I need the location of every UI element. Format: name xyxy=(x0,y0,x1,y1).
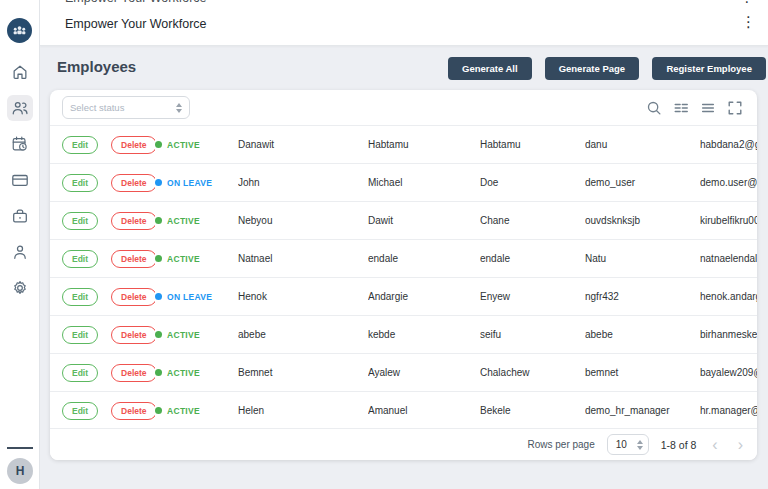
sidebar-item-profile[interactable] xyxy=(7,239,33,265)
employees-icon xyxy=(11,99,29,117)
schedule-calendar-icon xyxy=(11,135,29,153)
fullscreen-icon[interactable] xyxy=(726,99,743,116)
density-icon[interactable] xyxy=(699,99,716,116)
delete-button[interactable]: Delete xyxy=(111,364,155,382)
status-dot-icon xyxy=(155,217,162,224)
first-name-cell: Helen xyxy=(238,405,368,416)
status-label: ON LEAVE xyxy=(167,292,212,302)
delete-button[interactable]: Delete xyxy=(111,288,155,306)
status-badge: ACTIVE xyxy=(155,330,238,340)
delete-button[interactable]: Delete xyxy=(111,326,155,344)
status-badge: ACTIVE xyxy=(155,216,238,226)
status-dot-icon xyxy=(155,331,162,338)
profile-icon xyxy=(11,243,29,261)
first-name-cell: Danawit xyxy=(238,139,368,150)
status-label: ACTIVE xyxy=(167,216,200,226)
top-header: Empower Your Workforce ⋮ Empower Your Wo… xyxy=(40,0,768,46)
status-label: ON LEAVE xyxy=(167,178,212,188)
sidebar-item-organization[interactable] xyxy=(7,203,33,229)
table-row: EditDeleteACTIVEHelenAmanuelBekeledemo_h… xyxy=(50,391,757,429)
username-cell: abebe xyxy=(585,329,700,340)
edit-button[interactable]: Edit xyxy=(62,402,98,420)
team-logo-icon[interactable] xyxy=(7,18,32,43)
delete-button[interactable]: Delete xyxy=(111,136,155,154)
edit-button[interactable]: Edit xyxy=(62,136,98,154)
register-employee-button[interactable]: Register Employee xyxy=(652,57,766,80)
edit-button[interactable]: Edit xyxy=(62,250,98,268)
last-name-cell: seifu xyxy=(480,329,585,340)
status-dot-icon xyxy=(155,179,162,186)
table-row: EditDeleteACTIVENatnaelendaleendaleNatun… xyxy=(50,239,757,277)
search-icon[interactable] xyxy=(645,99,662,116)
email-cell: birhanmeskelu22@ xyxy=(700,329,757,340)
edit-button[interactable]: Edit xyxy=(62,288,98,306)
status-badge: ACTIVE xyxy=(155,140,238,150)
sidebar-item-payments[interactable] xyxy=(7,167,33,193)
home-icon xyxy=(11,63,29,81)
chevron-left-icon[interactable]: ‹ xyxy=(708,437,721,453)
employees-table-card: Select status xyxy=(50,90,757,460)
table-row: EditDeleteACTIVENebyouDawitChaneouvdsknk… xyxy=(50,201,757,239)
generate-all-button[interactable]: Generate All xyxy=(448,57,532,80)
last-name-cell: Doe xyxy=(480,177,585,188)
scrolled-ghost-kebab-icon: ⋮ xyxy=(740,0,754,5)
sidebar-item-settings[interactable] xyxy=(7,275,33,301)
father-name-cell: kebde xyxy=(368,329,480,340)
status-dot-icon xyxy=(155,407,162,414)
sidebar-item-home[interactable] xyxy=(7,59,33,85)
username-cell: demo_hr_manager xyxy=(585,405,700,416)
page-title: Employees xyxy=(57,58,136,75)
edit-button[interactable]: Edit xyxy=(62,174,98,192)
father-name-cell: Dawit xyxy=(368,215,480,226)
email-cell: kirubelfikru00@gm xyxy=(700,215,757,226)
settings-gear-icon xyxy=(11,279,29,297)
rows-per-page-select[interactable]: 10 xyxy=(607,434,649,455)
app-title: Empower Your Workforce xyxy=(65,17,207,31)
sidebar-item-schedule[interactable] xyxy=(7,131,33,157)
edit-button[interactable]: Edit xyxy=(62,364,98,382)
father-name-cell: Ayalew xyxy=(368,367,480,378)
delete-button[interactable]: Delete xyxy=(111,212,155,230)
status-label: ACTIVE xyxy=(167,254,200,264)
kebab-menu-icon[interactable]: ⋮ xyxy=(741,14,756,29)
scrolled-ghost-title: Empower Your Workforce xyxy=(65,0,207,7)
edit-button[interactable]: Edit xyxy=(62,212,98,230)
select-stepper-icon xyxy=(637,440,643,450)
payment-card-icon xyxy=(11,171,29,189)
user-avatar[interactable]: H xyxy=(7,458,33,484)
table-row: EditDeleteON LEAVEHenokAndargieEnyewngfr… xyxy=(50,277,757,315)
table-row: EditDeleteACTIVEabebekebdeseifuabebebirh… xyxy=(50,315,757,353)
table-filter-row: Select status xyxy=(50,90,757,125)
father-name-cell: Habtamu xyxy=(368,139,480,150)
rows-per-page-value: 10 xyxy=(616,439,627,450)
status-filter-select[interactable]: Select status xyxy=(62,96,190,119)
status-dot-icon xyxy=(155,255,162,262)
username-cell: danu xyxy=(585,139,700,150)
delete-button[interactable]: Delete xyxy=(111,250,155,268)
email-cell: bayalew209@gma xyxy=(700,367,757,378)
username-cell: ouvdsknksjb xyxy=(585,215,700,226)
sidebar-item-employees[interactable] xyxy=(7,95,33,121)
last-name-cell: Chalachew xyxy=(480,367,585,378)
generate-page-button[interactable]: Generate Page xyxy=(545,57,640,80)
last-name-cell: Habtamu xyxy=(480,139,585,150)
chevron-right-icon[interactable]: › xyxy=(734,437,747,453)
sidebar: H xyxy=(0,0,40,489)
status-badge: ACTIVE xyxy=(155,254,238,264)
status-dot-icon xyxy=(155,369,162,376)
status-filter-placeholder: Select status xyxy=(70,102,124,113)
last-name-cell: Chane xyxy=(480,215,585,226)
status-dot-icon xyxy=(155,293,162,300)
status-label: ACTIVE xyxy=(167,406,200,416)
first-name-cell: John xyxy=(238,177,368,188)
pagination-range: 1-8 of 8 xyxy=(661,439,697,451)
delete-button[interactable]: Delete xyxy=(111,174,155,192)
edit-button[interactable]: Edit xyxy=(62,326,98,344)
delete-button[interactable]: Delete xyxy=(111,402,155,420)
status-badge: ON LEAVE xyxy=(155,178,238,188)
username-cell: ngfr432 xyxy=(585,291,700,302)
rows-per-page-label: Rows per page xyxy=(527,439,594,450)
status-badge: ACTIVE xyxy=(155,368,238,378)
father-name-cell: Michael xyxy=(368,177,480,188)
show-hide-columns-icon[interactable] xyxy=(672,99,689,116)
